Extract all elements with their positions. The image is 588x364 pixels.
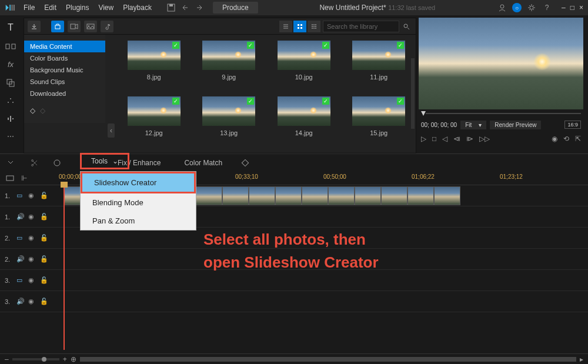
- collapse-sidebar-icon[interactable]: ‹: [108, 123, 115, 138]
- import-button-icon[interactable]: [28, 21, 41, 32]
- search-icon[interactable]: [402, 21, 411, 32]
- undo-icon[interactable]: [180, 2, 191, 13]
- zoom-slider[interactable]: [12, 358, 59, 360]
- menu-plugins[interactable]: Plugins: [66, 4, 89, 12]
- clip[interactable]: [407, 186, 434, 205]
- zoom-handle[interactable]: [42, 357, 46, 362]
- grid-view-icon[interactable]: [293, 21, 306, 32]
- thumbnail[interactable]: ✓: [352, 96, 405, 126]
- menu-view[interactable]: View: [98, 4, 113, 12]
- scrub-track[interactable]: [426, 113, 581, 114]
- thumbnail[interactable]: ✓: [202, 96, 255, 126]
- track-content[interactable]: [59, 249, 588, 269]
- clip[interactable]: [328, 186, 355, 205]
- more-tool-icon[interactable]: ⋯: [5, 132, 16, 141]
- thumbnail[interactable]: ✓: [128, 96, 181, 126]
- clip[interactable]: [434, 186, 460, 205]
- list-view-icon[interactable]: [279, 21, 292, 32]
- visibility-toggle-icon[interactable]: ◉: [28, 276, 36, 284]
- snapshot-icon[interactable]: ◉: [552, 135, 557, 143]
- clip[interactable]: [196, 186, 222, 205]
- scroll-right-icon[interactable]: ▸: [580, 355, 583, 363]
- media-item[interactable]: ✓9.jpg: [201, 41, 258, 92]
- close-button[interactable]: ×: [579, 4, 583, 12]
- filter-media-icon[interactable]: [51, 21, 64, 32]
- clip[interactable]: [249, 186, 275, 205]
- lock-toggle-icon[interactable]: 🔓: [40, 255, 48, 263]
- help-icon[interactable]: ?: [542, 2, 552, 13]
- menu-edit[interactable]: Edit: [44, 4, 56, 12]
- thumbnail[interactable]: ✓: [278, 96, 330, 126]
- track-content[interactable]: [59, 270, 588, 290]
- filter-image-icon[interactable]: [84, 21, 97, 32]
- media-item[interactable]: ✓12.jpg: [125, 96, 183, 148]
- media-item[interactable]: ✓15.jpg: [350, 96, 408, 148]
- thumbnail[interactable]: ✓: [278, 41, 330, 70]
- play-icon[interactable]: ▷: [421, 135, 426, 143]
- visibility-toggle-icon[interactable]: ◉: [28, 255, 36, 263]
- media-item[interactable]: ✓11.jpg: [350, 41, 408, 92]
- render-preview-button[interactable]: Render Preview: [490, 121, 541, 129]
- category-sound-clips[interactable]: Sound Clips: [24, 76, 105, 88]
- thumbnail[interactable]: ✓: [128, 41, 181, 70]
- thumbnail[interactable]: ✓: [352, 41, 405, 70]
- stop-icon[interactable]: □: [432, 135, 436, 143]
- visibility-toggle-icon[interactable]: ◉: [28, 234, 36, 242]
- menu-file[interactable]: File: [24, 4, 35, 12]
- zoom-fit-select[interactable]: Fit▾: [460, 121, 486, 129]
- scrub-marker-icon[interactable]: [421, 111, 426, 116]
- lock-toggle-icon[interactable]: 🔓: [40, 213, 48, 221]
- clip[interactable]: [302, 186, 328, 205]
- lock-toggle-icon[interactable]: 🔓: [40, 192, 48, 199]
- redo-icon[interactable]: [194, 2, 205, 13]
- dropdown-slideshow-creator[interactable]: Slideshow Creator: [82, 173, 194, 192]
- media-item[interactable]: ✓13.jpg: [201, 96, 258, 148]
- overlay-tool-icon[interactable]: [5, 78, 16, 88]
- zoom-in-icon[interactable]: +: [63, 355, 67, 363]
- scrollbar[interactable]: [411, 58, 415, 129]
- lock-toggle-icon[interactable]: 🔓: [40, 276, 48, 284]
- save-icon[interactable]: [166, 2, 176, 13]
- prev-frame-icon[interactable]: ◁: [442, 135, 447, 143]
- keyframe-icon[interactable]: [240, 158, 250, 168]
- lock-toggle-icon[interactable]: 🔓: [40, 298, 48, 305]
- marker-tool-icon[interactable]: [52, 158, 62, 168]
- snap-icon[interactable]: ⊩: [19, 173, 29, 183]
- minimize-button[interactable]: –: [562, 4, 566, 12]
- audio-tool-icon[interactable]: [5, 115, 16, 123]
- playhead[interactable]: [64, 185, 65, 350]
- aspect-badge[interactable]: 16:9: [564, 121, 581, 129]
- text-tool-icon[interactable]: T: [5, 22, 16, 33]
- next-frame-icon[interactable]: ▷▷: [479, 135, 490, 143]
- zoom-fit-icon[interactable]: ⊕: [71, 355, 76, 363]
- account-icon[interactable]: [497, 2, 507, 13]
- lock-toggle-icon[interactable]: 🔓: [40, 234, 48, 242]
- category-media-content[interactable]: Media Content: [24, 41, 105, 52]
- scroll-thumb[interactable]: [80, 357, 576, 362]
- cloud-badge-icon[interactable]: ○: [512, 3, 522, 12]
- settings-icon[interactable]: [526, 2, 537, 13]
- media-item[interactable]: ✓14.jpg: [275, 96, 333, 148]
- filter-audio-icon[interactable]: [101, 21, 113, 32]
- track-content[interactable]: [59, 291, 588, 312]
- preview-scrubber[interactable]: [419, 109, 583, 118]
- visibility-toggle-icon[interactable]: ◉: [28, 192, 36, 199]
- cut-tool-icon[interactable]: [29, 158, 40, 168]
- visibility-toggle-icon[interactable]: ◉: [28, 213, 36, 221]
- filter-video-icon[interactable]: [68, 21, 81, 32]
- transition-tool-icon[interactable]: [5, 42, 16, 51]
- clip[interactable]: [381, 186, 407, 205]
- maximize-button[interactable]: □: [570, 4, 574, 12]
- category-downloaded[interactable]: Downloaded: [24, 88, 105, 99]
- horizontal-scrollbar[interactable]: [80, 357, 576, 362]
- track-mode-icon[interactable]: [5, 173, 15, 183]
- detail-view-icon[interactable]: [308, 21, 320, 32]
- clip[interactable]: [222, 186, 249, 205]
- thumbnail[interactable]: ✓: [202, 41, 255, 70]
- media-item[interactable]: ✓10.jpg: [275, 41, 333, 92]
- tag-icon[interactable]: ◇: [30, 106, 35, 115]
- popout-icon[interactable]: ⇱: [575, 135, 581, 143]
- menu-playback[interactable]: Playback: [123, 4, 152, 12]
- step-fwd-icon[interactable]: ⧐: [466, 135, 473, 143]
- zoom-out-icon[interactable]: –: [5, 355, 9, 363]
